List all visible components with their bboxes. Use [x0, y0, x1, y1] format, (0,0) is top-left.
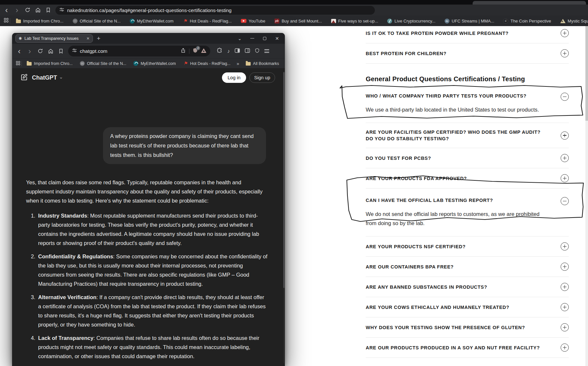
plus-icon[interactable]: [561, 49, 569, 57]
plus-icon[interactable]: [561, 283, 569, 291]
bookmark-imported[interactable]: Imported from Chro...: [23, 61, 76, 66]
back-icon[interactable]: ‹: [16, 47, 22, 55]
site-settings-icon[interactable]: [72, 48, 77, 54]
faq-question-row[interactable]: CAN I HAVE THE OFFICIAL LAB TESTING REPO…: [366, 197, 569, 205]
minus-icon[interactable]: [561, 197, 569, 205]
signup-button[interactable]: Sign up: [249, 72, 275, 83]
bookmark-coin-perspective[interactable]: CThe Coin Perspective: [499, 19, 555, 23]
tab-lab-test[interactable]: ❋ Lab Test Transparency Issues ✕: [15, 34, 93, 43]
auth-buttons: Log in Sign up: [222, 72, 275, 83]
faq-item[interactable]: DO YOU TEST FOR PCBS?: [366, 148, 569, 168]
address-bar[interactable]: chatgpt.com 2: [68, 46, 210, 56]
bookmark-mystic-squirrels[interactable]: AMystic Squirrels (Sp...: [556, 19, 588, 23]
faq-item[interactable]: IS IT OK TO TAKE PROTEIN POWDER WHILE PR…: [366, 26, 569, 43]
apps-grid-icon[interactable]: [16, 61, 20, 67]
faq-item[interactable]: ARE OUR CONTAINERS BPA FREE?: [366, 257, 569, 277]
tab-search-chevron-icon[interactable]: ⌄: [238, 36, 242, 41]
share-icon[interactable]: [181, 48, 186, 54]
minus-icon[interactable]: [561, 93, 569, 101]
page-scrollbar[interactable]: [585, 26, 588, 366]
plus-icon[interactable]: [561, 29, 569, 37]
home-icon[interactable]: [47, 47, 54, 55]
faq-item[interactable]: ARE YOUR PRODUCTS NSF CERTIFIED?: [366, 236, 569, 257]
plus-icon[interactable]: [561, 131, 569, 140]
faq-question: WHO / WHAT COMPANY THIRD PARTY TESTS YOU…: [366, 93, 561, 99]
bookmark-imported[interactable]: Imported from Chro...: [11, 19, 68, 23]
faq-item[interactable]: WHY DOES YOUR TESTING SHOW THE PRESENCE …: [366, 317, 569, 338]
answer-list: Industry Standards: Most reputable suppl…: [26, 211, 268, 361]
faq-item[interactable]: ARE YOUR COWS ETHICALLY AND HUMANELY TRE…: [366, 297, 569, 317]
bookmark-official-site[interactable]: Official Site of the N...: [68, 19, 125, 23]
chatgpt-page: ChatGPT ⌄ Log in Sign up A whey proteins…: [12, 68, 285, 366]
bookmark-youtube[interactable]: YouTube: [236, 19, 270, 23]
plus-icon[interactable]: [561, 154, 569, 162]
maximize-icon[interactable]: [263, 37, 266, 40]
list-item: Alternative Verification: If a company c…: [37, 293, 268, 329]
plus-icon[interactable]: [561, 174, 569, 182]
site-settings-icon[interactable]: [59, 7, 64, 13]
home-icon[interactable]: [35, 6, 41, 14]
bookmark-five-ways[interactable]: Five ways to set-up...: [327, 19, 383, 23]
brave-rewards-icon[interactable]: [201, 48, 206, 54]
scrollbar-thumb[interactable]: [585, 26, 588, 121]
menu-icon[interactable]: [264, 48, 269, 54]
forward-icon[interactable]: ›: [14, 6, 20, 14]
back-icon[interactable]: ‹: [3, 6, 10, 14]
faq-item[interactable]: ARE YOUR PRODUCTS FDA APPROVED?: [366, 168, 569, 189]
faq-question: ARE OUR PRODUCTS PRODUCED IN A SOY AND N…: [366, 344, 561, 351]
bookmark-icon[interactable]: [58, 47, 64, 55]
music-note-icon[interactable]: ♪: [227, 49, 230, 54]
faq-item[interactable]: ARE OUR PRODUCTS PRODUCED IN A SOY AND N…: [366, 338, 569, 358]
mew-icon: [133, 61, 138, 66]
bookmark-hotdeals[interactable]: ⚑Hot Deals - RedFlag...: [179, 61, 234, 66]
window-controls: ⌄ ✕: [238, 36, 282, 41]
plus-icon[interactable]: [561, 242, 569, 251]
chat-scrollbar-thumb[interactable]: [283, 72, 285, 288]
chat-scrollbar[interactable]: [283, 71, 285, 363]
bookmark-myetherwallet[interactable]: MyEtherWallet.com: [130, 61, 179, 66]
bookmark-buy-sell[interactable]: pbBuy and Sell Mount...: [270, 19, 327, 23]
faq-question: BEST PROTEIN FOR CHILDREN?: [366, 50, 561, 57]
folder-icon: [27, 62, 32, 66]
forward-icon[interactable]: ›: [26, 47, 33, 55]
extensions-puzzle-icon[interactable]: [217, 48, 222, 54]
sidebar-outline-icon[interactable]: [245, 48, 250, 54]
new-tab-icon[interactable]: +: [97, 35, 100, 42]
address-bar[interactable]: nakednutrition.ca/pages/faq#general-prod…: [55, 6, 375, 15]
compose-icon[interactable]: [21, 73, 28, 82]
login-button[interactable]: Log in: [222, 72, 246, 83]
bookmark-official-site[interactable]: Official Site of the N...: [76, 61, 130, 66]
reload-icon[interactable]: [24, 6, 31, 14]
faq-item[interactable]: ARE ANY BANNED SUBSTANCES IN PRODUCTS?: [366, 277, 569, 297]
sidebar-filled-icon[interactable]: [235, 48, 240, 54]
vpn-shield-icon[interactable]: [255, 48, 259, 54]
faq-question: ARE YOUR COWS ETHICALLY AND HUMANELY TRE…: [366, 304, 561, 311]
plus-icon[interactable]: [561, 263, 569, 271]
reload-icon[interactable]: [37, 47, 43, 55]
bookmark-ufc-streams[interactable]: IoUFC Streams | MMA...: [440, 19, 499, 23]
chat-window-toolbar: ‹ › chatgpt.com 2 ♪: [12, 44, 285, 58]
chatgpt-brand[interactable]: ChatGPT ⌄: [32, 74, 63, 81]
plus-icon[interactable]: [561, 323, 569, 331]
main-toolbar: ‹ › nakednutrition.ca/pages/faq#general-…: [0, 5, 588, 16]
bookmarks-overflow-icon[interactable]: »: [234, 61, 242, 66]
brave-shield-icon[interactable]: 2: [193, 48, 198, 54]
bookmark-icon[interactable]: [45, 6, 51, 14]
faq-question: WHY DOES YOUR TESTING SHOW THE PRESENCE …: [366, 324, 561, 331]
plus-icon[interactable]: [561, 303, 569, 311]
apps-grid-icon[interactable]: [4, 18, 8, 24]
bookmark-live-crypto[interactable]: Live Cryptocurrency...: [383, 19, 440, 23]
close-window-icon[interactable]: ✕: [275, 36, 279, 41]
bookmark-hotdeals[interactable]: ⚑Hot Deals - RedFlag...: [178, 19, 236, 23]
assistant-message: Yes, that claim does raise some red flag…: [26, 178, 268, 366]
plus-icon[interactable]: [561, 343, 569, 352]
minimize-icon[interactable]: [250, 38, 254, 39]
tab-close-icon[interactable]: ✕: [86, 36, 90, 41]
faq-item[interactable]: ARE YOUR FACILITIES GMP CERTIFIED? WHO D…: [366, 123, 569, 148]
faq-question-row[interactable]: WHO / WHAT COMPANY THIRD PARTY TESTS YOU…: [366, 93, 569, 101]
faq-item[interactable]: BEST PROTEIN FOR CHILDREN?: [366, 43, 569, 64]
bookmark-myetherwallet[interactable]: MyEtherWallet.com: [125, 19, 178, 23]
site-icon: [73, 19, 78, 23]
all-bookmarks[interactable]: All Bookmarks: [246, 61, 281, 66]
mew-icon: [130, 19, 135, 23]
